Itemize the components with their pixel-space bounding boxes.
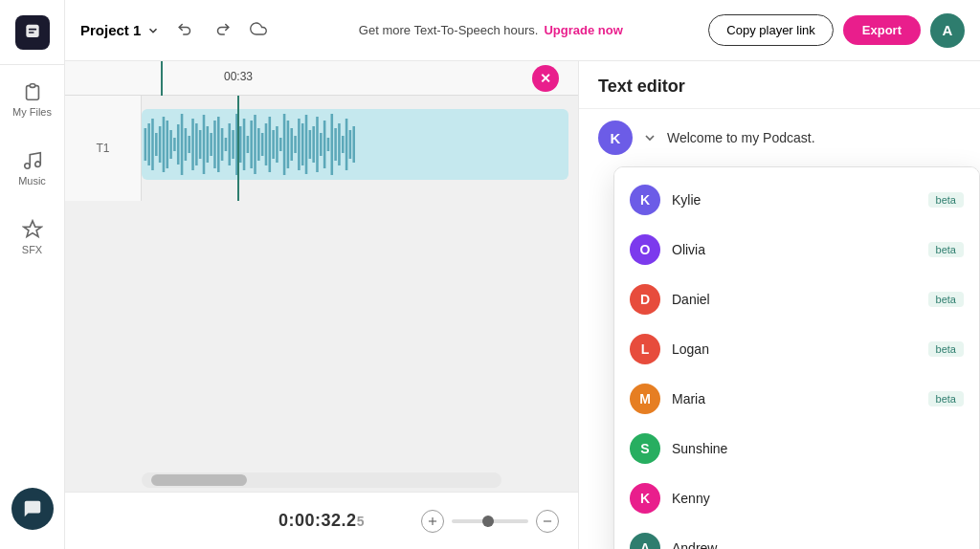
bottom-controls: 0:00:32.25 — [65, 492, 578, 549]
plus-icon — [426, 515, 439, 528]
tts-message: Get more Text-To-Speech hours. — [359, 23, 539, 37]
sfx-icon — [22, 219, 43, 240]
dropdown-avatar: L — [630, 334, 660, 364]
voice-dropdown-item[interactable]: KKenny — [614, 473, 979, 523]
timeline-close-button[interactable]: ✕ — [532, 65, 559, 92]
svg-rect-36 — [265, 123, 268, 165]
dropdown-avatar: S — [630, 433, 660, 464]
svg-rect-9 — [166, 121, 168, 168]
voice-dropdown: KKyliebetaOOliviabetaDDanielbetaLLoganbe… — [613, 166, 980, 549]
welcome-text: Welcome to my Podcast. — [667, 130, 815, 145]
svg-rect-3 — [145, 128, 147, 161]
chevron-down-icon[interactable] — [642, 130, 657, 145]
waveform-svg — [142, 109, 568, 180]
dropdown-name: Kenny — [672, 491, 964, 506]
svg-rect-14 — [185, 128, 188, 161]
empty-timeline — [65, 201, 578, 472]
text-editor-panel: Text editor K Welcome to my Podcast. KKy… — [578, 61, 980, 549]
svg-rect-50 — [316, 117, 319, 172]
svg-rect-25 — [225, 138, 228, 151]
dropdown-avatar: M — [630, 384, 660, 414]
sidebar-item-files[interactable]: My Files — [0, 65, 65, 134]
track-label: T1 — [65, 96, 142, 201]
logo-icon — [23, 23, 42, 42]
beta-badge: beta — [928, 341, 964, 357]
dropdown-name: Maria — [672, 391, 917, 406]
music-icon — [22, 150, 43, 171]
scrollbar-thumb[interactable] — [151, 474, 247, 486]
svg-rect-58 — [345, 119, 348, 170]
svg-rect-35 — [261, 133, 264, 156]
dropdown-avatar: O — [630, 234, 660, 265]
zoom-thumb — [482, 516, 494, 527]
redo-button[interactable] — [208, 16, 236, 45]
svg-rect-41 — [283, 114, 286, 175]
dropdown-avatar: K — [630, 185, 660, 215]
svg-rect-29 — [239, 126, 242, 163]
chat-icon — [22, 498, 43, 519]
voice-dropdown-item[interactable]: MMariabeta — [614, 374, 979, 424]
svg-rect-24 — [221, 128, 224, 161]
svg-rect-23 — [217, 117, 220, 172]
svg-rect-55 — [334, 128, 337, 161]
upgrade-link[interactable]: Upgrade now — [544, 23, 622, 37]
zoom-controls — [421, 510, 559, 533]
svg-rect-15 — [188, 136, 190, 153]
dropdown-avatar: D — [630, 284, 660, 315]
svg-rect-6 — [155, 133, 158, 156]
sidebar-item-sfx[interactable]: SFX — [0, 203, 65, 272]
files-label: My Files — [12, 106, 52, 118]
voice-dropdown-item[interactable]: OOliviabeta — [614, 225, 979, 274]
voice-dropdown-item[interactable]: DDanielbeta — [614, 274, 979, 324]
scrollbar-track[interactable] — [142, 472, 501, 488]
chat-button[interactable] — [11, 488, 54, 530]
topbar-right: Copy player link Export A — [708, 13, 965, 48]
cloud-icon — [250, 20, 267, 37]
voice-selector-row: K Welcome to my Podcast. — [579, 109, 980, 166]
svg-rect-21 — [210, 133, 212, 156]
sidebar: My Files Music SFX — [0, 0, 65, 549]
svg-rect-57 — [342, 136, 345, 153]
save-button[interactable] — [244, 16, 273, 45]
selected-voice-avatar: K — [598, 121, 633, 155]
svg-rect-7 — [159, 126, 162, 163]
svg-rect-32 — [250, 121, 253, 168]
voice-dropdown-item[interactable]: AAndrew — [614, 523, 979, 549]
track-content — [142, 96, 578, 201]
zoom-in-button[interactable] — [421, 510, 444, 533]
user-avatar[interactable]: A — [930, 13, 965, 48]
workspace: 00:33 ✕ T1 — [65, 61, 980, 549]
dropdown-name: Olivia — [672, 242, 917, 257]
voice-dropdown-item[interactable]: KKyliebeta — [614, 175, 979, 225]
svg-rect-18 — [199, 130, 202, 159]
track-label-text: T1 — [96, 142, 109, 155]
svg-rect-43 — [290, 128, 293, 161]
project-title[interactable]: Project 1 — [80, 22, 160, 38]
sidebar-item-music[interactable]: Music — [0, 134, 65, 203]
text-editor-content: K Welcome to my Podcast. KKyliebetaOOliv… — [579, 109, 980, 549]
svg-rect-5 — [151, 119, 154, 170]
zoom-slider[interactable] — [452, 519, 528, 523]
track-row: T1 — [65, 96, 578, 201]
svg-rect-45 — [298, 119, 301, 170]
beta-badge: beta — [928, 192, 964, 208]
svg-rect-54 — [331, 114, 334, 175]
text-editor-title: Text editor — [598, 77, 685, 96]
svg-rect-8 — [163, 117, 166, 172]
voice-dropdown-item[interactable]: LLoganbeta — [614, 324, 979, 374]
copy-player-button[interactable]: Copy player link — [708, 14, 834, 46]
export-button[interactable]: Export — [843, 15, 921, 45]
zoom-out-button[interactable] — [536, 510, 559, 533]
svg-rect-60 — [352, 126, 355, 163]
project-title-text: Project 1 — [80, 22, 141, 38]
text-editor-header: Text editor — [579, 61, 980, 109]
voice-dropdown-item[interactable]: SSunshine — [614, 424, 979, 473]
svg-rect-12 — [177, 124, 180, 165]
dropdown-avatar: A — [630, 533, 660, 549]
svg-rect-46 — [301, 123, 304, 165]
beta-badge: beta — [928, 292, 964, 307]
undo-button[interactable] — [171, 16, 200, 45]
svg-rect-0 — [26, 24, 38, 36]
svg-rect-27 — [232, 130, 234, 159]
dropdown-name: Sunshine — [672, 441, 964, 456]
